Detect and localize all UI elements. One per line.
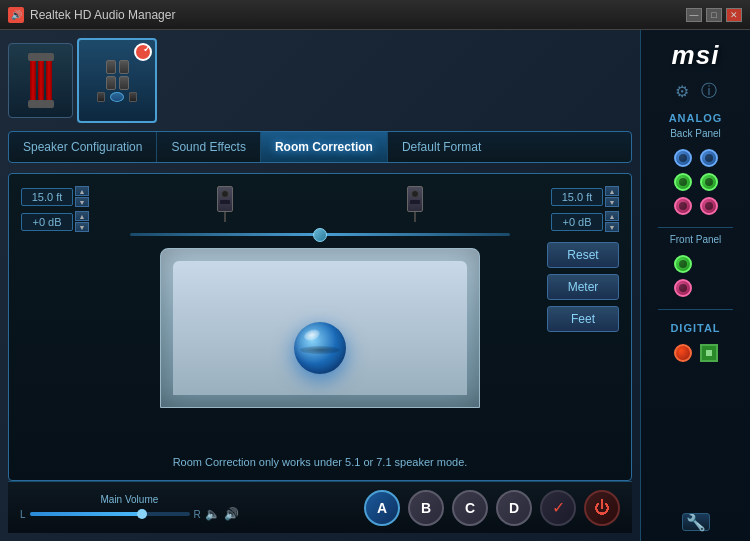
front-port-pink[interactable] bbox=[674, 279, 692, 297]
right-db-control: +0 dB ▲ ▼ bbox=[551, 211, 619, 232]
maximize-button[interactable]: □ bbox=[706, 8, 722, 22]
tab-default-format[interactable]: Default Format bbox=[388, 132, 495, 162]
tab-speaker-config[interactable]: Speaker Configuration bbox=[9, 132, 157, 162]
ball-container bbox=[294, 302, 346, 354]
volume-label: Main Volume bbox=[100, 494, 158, 505]
info-icon[interactable]: ⓘ bbox=[701, 81, 717, 102]
action-buttons: Reset Meter Feet bbox=[547, 242, 619, 332]
right-db-spin[interactable]: ▲ ▼ bbox=[605, 211, 619, 232]
right-db-value[interactable]: +0 dB bbox=[551, 213, 603, 231]
left-distance-control: 15.0 ft ▲ ▼ bbox=[21, 186, 101, 207]
panel-divider bbox=[658, 227, 732, 228]
port-green-1[interactable] bbox=[674, 173, 692, 191]
front-port-empty-2 bbox=[700, 279, 718, 297]
checkmark-button[interactable]: ✓ bbox=[540, 490, 576, 526]
notice-text: Room Correction only works under 5.1 or … bbox=[21, 456, 619, 468]
left-distance-up[interactable]: ▲ bbox=[75, 186, 89, 196]
back-port-row-2 bbox=[674, 173, 718, 191]
stage-container bbox=[109, 186, 531, 408]
speaker-placement-area: 15.0 ft ▲ ▼ +0 dB ▲ ▼ bbox=[21, 186, 619, 448]
right-distance-up[interactable]: ▲ bbox=[605, 186, 619, 196]
right-controls: 15.0 ft ▲ ▼ +0 dB ▲ ▼ bbox=[539, 186, 619, 332]
left-db-control: +0 dB ▲ ▼ bbox=[21, 211, 101, 232]
title-bar-controls[interactable]: — □ ✕ bbox=[686, 8, 742, 22]
close-button[interactable]: ✕ bbox=[726, 8, 742, 22]
right-values: 15.0 ft ▲ ▼ +0 dB ▲ ▼ bbox=[551, 186, 619, 232]
port-green-2[interactable] bbox=[700, 173, 718, 191]
left-distance-value[interactable]: 15.0 ft bbox=[21, 188, 73, 206]
cable-2 bbox=[38, 53, 44, 108]
left-db-down[interactable]: ▼ bbox=[75, 222, 89, 232]
back-panel-ports bbox=[649, 149, 742, 215]
device-area bbox=[8, 38, 632, 123]
volume-icon[interactable]: 🔊 bbox=[224, 507, 239, 521]
port-pink-1[interactable] bbox=[674, 197, 692, 215]
minimize-button[interactable]: — bbox=[686, 8, 702, 22]
digital-ports bbox=[674, 344, 718, 362]
back-panel-label: Back Panel bbox=[670, 128, 721, 139]
back-port-row-1 bbox=[674, 149, 718, 167]
slider-spk-leg-left bbox=[224, 212, 226, 222]
left-controls: 15.0 ft ▲ ▼ +0 dB ▲ ▼ bbox=[21, 186, 101, 232]
right-db-up[interactable]: ▲ bbox=[605, 211, 619, 221]
volume-slider[interactable] bbox=[30, 512, 190, 516]
left-distance-spin[interactable]: ▲ ▼ bbox=[75, 186, 89, 207]
left-db-value[interactable]: +0 dB bbox=[21, 213, 73, 231]
port-pink-2[interactable] bbox=[700, 197, 718, 215]
left-area: Speaker Configuration Sound Effects Room… bbox=[0, 30, 640, 541]
speaker-row-mid bbox=[106, 76, 129, 90]
speaker-br bbox=[129, 92, 137, 102]
tab-room-correction[interactable]: Room Correction bbox=[261, 132, 388, 162]
right-panel: msi ⚙ ⓘ ANALOG Back Panel Front Panel bbox=[640, 30, 750, 541]
port-digital-coax[interactable] bbox=[700, 344, 718, 362]
front-port-empty bbox=[700, 255, 718, 273]
power-button[interactable]: ⏻ bbox=[584, 490, 620, 526]
main-container: Speaker Configuration Sound Effects Room… bbox=[0, 30, 750, 541]
reset-button[interactable]: Reset bbox=[547, 242, 619, 268]
device-speakers[interactable] bbox=[77, 38, 157, 123]
front-port-row-2 bbox=[674, 279, 718, 297]
left-db-up[interactable]: ▲ bbox=[75, 211, 89, 221]
tab-sound-effects[interactable]: Sound Effects bbox=[157, 132, 261, 162]
front-port-green[interactable] bbox=[674, 255, 692, 273]
device-cables[interactable] bbox=[8, 43, 73, 118]
port-blue-1[interactable] bbox=[674, 149, 692, 167]
panel-divider-2 bbox=[658, 309, 732, 310]
right-distance-value[interactable]: 15.0 ft bbox=[551, 188, 603, 206]
volume-thumb[interactable] bbox=[137, 509, 147, 519]
meter-button[interactable]: Meter bbox=[547, 274, 619, 300]
stage bbox=[160, 248, 480, 408]
left-db-spin[interactable]: ▲ ▼ bbox=[75, 211, 89, 232]
back-port-row-3 bbox=[674, 197, 718, 215]
slider-speakers-row bbox=[130, 186, 510, 222]
right-db-down[interactable]: ▼ bbox=[605, 222, 619, 232]
h-slider-track bbox=[130, 233, 510, 236]
wrench-icon[interactable]: 🔧 bbox=[682, 513, 710, 531]
btn-c[interactable]: C bbox=[452, 490, 488, 526]
vol-left-label: L bbox=[20, 509, 26, 520]
volume-fill bbox=[30, 512, 142, 516]
front-port-row-1 bbox=[674, 255, 718, 273]
port-digital-optical[interactable] bbox=[674, 344, 692, 362]
speaker-row-bot bbox=[97, 92, 137, 102]
btn-d[interactable]: D bbox=[496, 490, 532, 526]
port-blue-2[interactable] bbox=[700, 149, 718, 167]
right-distance-down[interactable]: ▼ bbox=[605, 197, 619, 207]
horizontal-slider[interactable] bbox=[130, 224, 510, 244]
h-slider-thumb[interactable] bbox=[313, 228, 327, 242]
window-title: Realtek HD Audio Manager bbox=[30, 8, 175, 22]
speaker-tl bbox=[106, 60, 116, 74]
settings-icon[interactable]: ⚙ bbox=[675, 82, 689, 101]
app-icon: 🔊 bbox=[8, 7, 24, 23]
feet-button[interactable]: Feet bbox=[547, 306, 619, 332]
stage-inner bbox=[173, 261, 467, 395]
speaker-bl bbox=[97, 92, 105, 102]
mute-icon[interactable]: 🔈 bbox=[205, 507, 220, 521]
slider-spk-icon-left bbox=[217, 186, 233, 212]
right-distance-spin[interactable]: ▲ ▼ bbox=[605, 186, 619, 207]
slider-spk-leg-right bbox=[414, 212, 416, 222]
speaker-row-top bbox=[106, 60, 129, 74]
left-distance-down[interactable]: ▼ bbox=[75, 197, 89, 207]
btn-b[interactable]: B bbox=[408, 490, 444, 526]
btn-a[interactable]: A bbox=[364, 490, 400, 526]
